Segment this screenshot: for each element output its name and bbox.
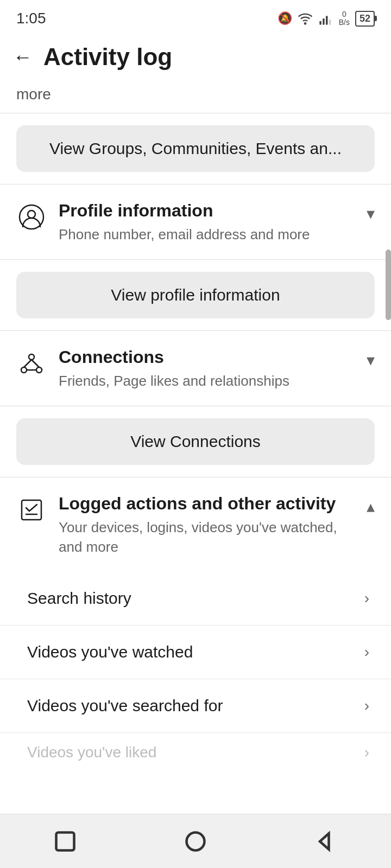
square-icon [53,829,77,853]
scrollbar-thumb[interactable] [386,250,391,320]
connections-section-text: Connections Friends, Page likes and rela… [59,346,355,391]
svg-marker-17 [320,833,329,849]
signal-icon [318,11,333,26]
bottom-nav [0,814,391,868]
sub-items-list: Search history › Videos you've watched ›… [0,572,391,765]
logged-actions-title: Logged actions and other activity [59,493,355,515]
view-groups-button[interactable]: View Groups, Communities, Events an... [16,125,375,172]
connections-section-row[interactable]: Connections Friends, Page likes and rela… [0,331,391,406]
sub-item-label: Videos you've liked [27,744,156,761]
logged-actions-section-text: Logged actions and other activity Your d… [59,493,355,557]
home-button[interactable] [46,822,84,860]
svg-rect-2 [323,18,325,25]
list-item[interactable]: Videos you've liked › [0,733,391,765]
circle-icon [184,829,207,853]
svg-rect-1 [319,21,321,25]
svg-rect-3 [326,16,328,24]
profile-section-title: Profile information [59,200,355,222]
svg-rect-4 [329,20,331,24]
divider-5 [0,406,391,406]
divider-3 [0,259,391,260]
profile-section-text: Profile information Phone number, email … [59,200,355,244]
header: ← Activity log [0,33,391,81]
wifi-icon [298,11,313,26]
content: more View Groups, Communities, Events an… [0,81,391,765]
sub-item-label: Videos you've watched [27,643,193,661]
connections-section-title: Connections [59,346,355,369]
sub-item-label: Videos you've searched for [27,697,223,715]
data-speed: 0 B/s [339,10,350,27]
sub-item-chevron-icon: › [364,744,369,761]
mute-icon: 🔕 [278,11,292,25]
status-time: 1:05 [16,10,46,27]
view-profile-button[interactable]: View profile information [16,272,375,318]
svg-point-7 [29,354,34,360]
svg-point-6 [28,210,35,218]
logged-actions-section-row[interactable]: Logged actions and other activity Your d… [0,477,391,572]
sub-item-chevron-icon: › [364,697,369,714]
connections-chevron-icon: ▾ [367,350,375,369]
connections-section-subtitle: Friends, Page likes and relationships [59,371,355,391]
more-text: more [0,81,391,113]
logged-actions-chevron-icon: ▴ [367,497,375,516]
sub-item-label: Search history [27,589,131,608]
svg-line-10 [24,360,31,367]
list-item[interactable]: Videos you've watched › [0,626,391,679]
profile-section-row[interactable]: Profile information Phone number, email … [0,184,391,259]
logged-actions-subtitle: Your devices, logins, videos you've watc… [59,518,355,557]
back-button[interactable]: ← [13,47,33,67]
sub-item-chevron-icon: › [364,590,369,607]
list-item[interactable]: Videos you've searched for › [0,679,391,733]
svg-point-16 [187,832,205,850]
svg-rect-15 [56,832,74,850]
view-connections-button[interactable]: View Connections [16,418,375,465]
battery-icon: 52 [355,11,375,27]
recents-button[interactable] [176,822,215,860]
page-title: Activity log [43,43,172,71]
divider-1 [0,113,391,113]
back-button-nav[interactable] [307,822,345,860]
back-triangle-icon [314,829,338,853]
profile-icon [16,202,47,232]
logged-actions-icon [16,495,47,525]
status-bar: 1:05 🔕 0 B/s 52 [0,0,391,33]
list-item[interactable]: Search history › [0,572,391,626]
profile-section-subtitle: Phone number, email address and more [59,225,355,244]
svg-point-9 [36,367,42,373]
svg-point-8 [21,367,27,373]
sub-item-chevron-icon: › [364,643,369,661]
svg-line-11 [31,360,39,367]
connections-icon [16,348,47,379]
svg-point-0 [305,23,306,24]
status-icons: 🔕 0 B/s 52 [278,10,375,27]
profile-chevron-icon: ▾ [367,204,375,223]
